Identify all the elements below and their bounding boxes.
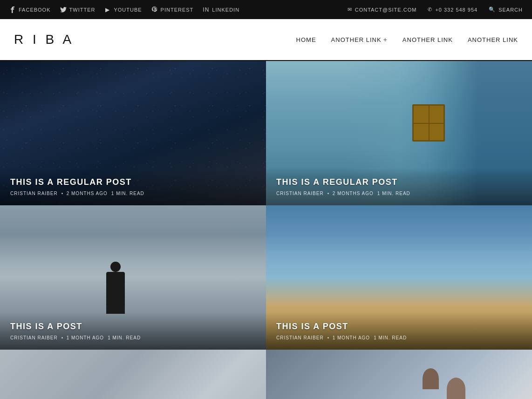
post-readtime-4: 1 MIN. READ xyxy=(374,335,407,340)
site-logo[interactable]: R I B A xyxy=(14,32,74,47)
meta-dot xyxy=(61,337,63,338)
post-title-3: THIS IS A POST xyxy=(10,322,256,331)
pinterest-icon xyxy=(151,7,158,13)
post-card-5-partial[interactable] xyxy=(0,350,266,399)
nav-another3[interactable]: ANOTHER LINK xyxy=(468,36,518,43)
post-author-4: CRISTIAN RAIBER xyxy=(276,335,324,340)
social-facebook[interactable]: FACEBOOK xyxy=(9,7,51,13)
post-time-4: 1 MONTH AGO xyxy=(333,335,370,340)
social-links: FACEBOOK TWITTER ▶ YOUTUBE PINTEREST in … xyxy=(9,7,239,13)
facebook-icon xyxy=(9,7,16,13)
post-grid: THIS IS A REGULAR POST CRISTIAN RAIBER 2… xyxy=(0,61,532,399)
post-readtime-1: 1 MIN. READ xyxy=(111,191,144,196)
linkedin-label: LINKEDIN xyxy=(212,7,239,13)
post-bg-dog xyxy=(266,350,532,399)
dog-ear-right xyxy=(447,378,465,399)
twitter-label: TWITTER xyxy=(69,7,95,13)
phone-text: +0 332 548 954 xyxy=(435,7,477,13)
social-youtube[interactable]: ▶ YOUTUBE xyxy=(104,7,142,13)
post-title-2: THIS IS A REGULAR POST xyxy=(276,177,522,187)
search-label: SEARCH xyxy=(498,7,523,13)
post-card-1[interactable]: THIS IS A REGULAR POST CRISTIAN RAIBER 2… xyxy=(0,61,266,205)
search-link[interactable]: 🔍 SEARCH xyxy=(489,7,523,13)
main-nav: HOME ANOTHER LINK + ANOTHER LINK ANOTHER… xyxy=(296,36,518,43)
email-link[interactable]: ✉ CONTACT@SITE.COM xyxy=(348,7,417,13)
post-meta-1: CRISTIAN RAIBER 2 MONTHS AGO 1 MIN. READ xyxy=(10,191,256,196)
dropdown-icon: + xyxy=(383,36,388,43)
header: R I B A HOME ANOTHER LINK + ANOTHER LINK… xyxy=(0,19,532,61)
window-decoration xyxy=(412,104,445,142)
post-card-2[interactable]: THIS IS A REGULAR POST CRISTIAN RAIBER 2… xyxy=(266,61,532,205)
facebook-label: FACEBOOK xyxy=(19,7,51,13)
contact-section: ✉ CONTACT@SITE.COM ✆ +0 332 548 954 🔍 SE… xyxy=(348,7,523,13)
post-overlay-2: THIS IS A REGULAR POST CRISTIAN RAIBER 2… xyxy=(266,168,532,205)
post-author-2: CRISTIAN RAIBER xyxy=(276,191,324,196)
post-time-1: 2 MONTHS AGO xyxy=(67,191,108,196)
post-card-6-partial[interactable] xyxy=(266,350,532,399)
social-pinterest[interactable]: PINTEREST xyxy=(151,7,194,13)
post-time-2: 2 MONTHS AGO xyxy=(333,191,374,196)
post-author-1: CRISTIAN RAIBER xyxy=(10,191,58,196)
person-silhouette xyxy=(106,272,125,314)
post-overlay-1: THIS IS A REGULAR POST CRISTIAN RAIBER 2… xyxy=(0,168,266,205)
phone-icon: ✆ xyxy=(428,7,432,13)
dog-ear-left xyxy=(423,368,439,389)
search-icon: 🔍 xyxy=(489,7,496,13)
social-twitter[interactable]: TWITTER xyxy=(60,7,95,13)
social-linkedin[interactable]: in LINKEDIN xyxy=(203,7,239,13)
post-readtime-2: 1 MIN. READ xyxy=(377,191,410,196)
post-title-1: THIS IS A REGULAR POST xyxy=(10,177,256,187)
post-card-4[interactable]: THIS IS A POST CRISTIAN RAIBER 1 MONTH A… xyxy=(266,205,532,350)
youtube-label: YOUTUBE xyxy=(114,7,142,13)
post-meta-3: CRISTIAN RAIBER 1 MONTH AGO 1 MIN. READ xyxy=(10,335,256,340)
linkedin-icon: in xyxy=(203,7,209,13)
post-bg-gray xyxy=(0,350,266,399)
meta-dot xyxy=(61,193,63,194)
nav-home[interactable]: HOME xyxy=(296,36,316,43)
post-author-3: CRISTIAN RAIBER xyxy=(10,335,58,340)
phone-link[interactable]: ✆ +0 332 548 954 xyxy=(428,7,477,13)
meta-dot xyxy=(327,193,329,194)
post-overlay-4: THIS IS A POST CRISTIAN RAIBER 1 MONTH A… xyxy=(266,312,532,350)
twitter-icon xyxy=(60,7,67,13)
post-readtime-3: 1 MIN. READ xyxy=(108,335,141,340)
post-meta-4: CRISTIAN RAIBER 1 MONTH AGO 1 MIN. READ xyxy=(276,335,522,340)
email-icon: ✉ xyxy=(348,7,352,13)
pinterest-label: PINTEREST xyxy=(161,7,194,13)
top-bar: FACEBOOK TWITTER ▶ YOUTUBE PINTEREST in … xyxy=(0,0,532,19)
nav-another2[interactable]: ANOTHER LINK xyxy=(402,36,453,43)
post-title-4: THIS IS A POST xyxy=(276,322,522,331)
post-meta-2: CRISTIAN RAIBER 2 MONTHS AGO 1 MIN. READ xyxy=(276,191,522,196)
youtube-icon: ▶ xyxy=(104,7,111,13)
nav-another1[interactable]: ANOTHER LINK + xyxy=(331,36,388,43)
post-overlay-3: THIS IS A POST CRISTIAN RAIBER 1 MONTH A… xyxy=(0,312,266,350)
post-card-3[interactable]: THIS IS A POST CRISTIAN RAIBER 1 MONTH A… xyxy=(0,205,266,350)
meta-dot xyxy=(327,337,329,338)
email-text: CONTACT@SITE.COM xyxy=(355,7,417,13)
post-time-3: 1 MONTH AGO xyxy=(67,335,104,340)
